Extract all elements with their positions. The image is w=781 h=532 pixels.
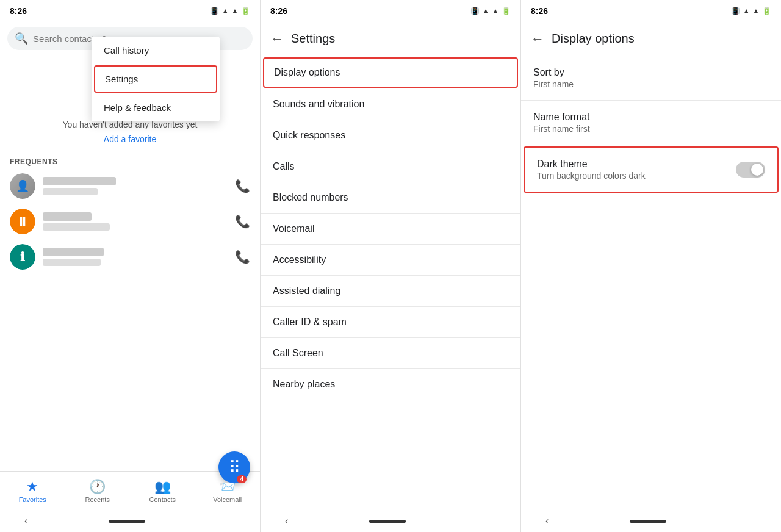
contact-number xyxy=(43,259,101,266)
nav-contacts[interactable]: 👥 Contacts xyxy=(130,472,195,510)
contact-name xyxy=(43,212,92,221)
call-icon[interactable]: 📞 xyxy=(235,250,250,264)
contacts-icon: 👥 xyxy=(154,479,171,495)
favorites-icon: ★ xyxy=(26,479,38,495)
status-bar-2: 8:26 📳 ▲ ▲ 🔋 xyxy=(261,0,520,22)
back-chevron[interactable]: ‹ xyxy=(285,516,288,527)
gesture-bar-1: ‹ xyxy=(0,510,260,532)
avatar: 👤 xyxy=(10,173,35,199)
vibrate-icon: 📳 xyxy=(210,7,219,15)
option-sort-by[interactable]: Sort by First name xyxy=(521,56,781,101)
display-options-list: Sort by First name Name format First nam… xyxy=(521,56,781,510)
signal-icon: ▲ xyxy=(492,7,499,15)
dark-theme-subtitle: Turn background colors dark xyxy=(537,171,736,181)
time-2: 8:26 xyxy=(270,6,287,16)
status-bar-1: 8:26 📳 ▲ ▲ 🔋 xyxy=(0,0,260,22)
bottom-nav: ★ Favorites 🕐 Recents 👥 Contacts 📨 4 Voi… xyxy=(0,471,260,510)
time-1: 8:26 xyxy=(10,6,27,16)
settings-item-voicemail[interactable]: Voicemail xyxy=(261,214,520,245)
dark-theme-text: Dark theme Turn background colors dark xyxy=(537,159,736,181)
settings-item-display-options[interactable]: Display options xyxy=(263,57,518,88)
settings-top-bar: ← Settings xyxy=(261,22,520,56)
gesture-pill xyxy=(109,520,145,523)
back-button[interactable]: ← xyxy=(531,31,544,47)
list-item[interactable]: 👤 📞 xyxy=(0,168,260,204)
toggle-knob xyxy=(751,164,763,176)
nav-favorites[interactable]: ★ Favorites xyxy=(0,472,65,510)
dark-theme-toggle[interactable] xyxy=(736,162,765,178)
contact-name xyxy=(43,177,116,185)
nav-recents-label: Recents xyxy=(85,496,110,503)
signal-icon: ▲ xyxy=(752,7,760,15)
nav-recents[interactable]: 🕐 Recents xyxy=(65,472,131,510)
settings-item-blocked[interactable]: Blocked numbers xyxy=(261,182,520,214)
name-format-subtitle: First name first xyxy=(533,124,769,134)
back-chevron[interactable]: ‹ xyxy=(24,516,27,527)
name-format-title: Name format xyxy=(533,112,769,123)
status-icons-2: 📳 ▲ ▲ 🔋 xyxy=(470,7,511,15)
frequents-label: FREQUENTS xyxy=(0,150,260,168)
vibrate-icon: 📳 xyxy=(470,7,480,15)
nav-favorites-label: Favorites xyxy=(19,496,46,503)
battery-icon: 🔋 xyxy=(502,7,511,15)
wifi-icon: ▲ xyxy=(221,7,229,15)
option-dark-theme[interactable]: Dark theme Turn background colors dark xyxy=(524,146,779,193)
display-options-title: Display options xyxy=(552,32,635,46)
menu-item-help[interactable]: Help & feedback xyxy=(92,94,220,121)
back-button[interactable]: ← xyxy=(270,31,284,47)
contact-info xyxy=(43,177,228,195)
avatar-photo: 👤 xyxy=(10,173,35,199)
status-bar-3: 8:26 📳 ▲ ▲ 🔋 xyxy=(521,0,781,22)
settings-item-nearby[interactable]: Nearby places xyxy=(261,369,520,400)
recents-icon: 🕐 xyxy=(89,479,106,495)
list-item[interactable]: ℹ 📞 xyxy=(0,239,260,275)
nav-contacts-label: Contacts xyxy=(149,496,176,503)
search-icon: 🔍 xyxy=(15,32,28,45)
settings-list: Display options Sounds and vibration Qui… xyxy=(261,56,520,510)
signal-icon: ▲ xyxy=(231,7,239,15)
menu-item-call-history[interactable]: Call history xyxy=(92,37,220,64)
settings-item-assisted-dialing[interactable]: Assisted dialing xyxy=(261,276,520,307)
nav-voicemail[interactable]: 📨 4 Voicemail xyxy=(195,472,261,510)
list-item[interactable]: ⏸ 📞 xyxy=(0,204,260,239)
wifi-icon: ▲ xyxy=(482,7,489,15)
settings-item-quick-responses[interactable]: Quick responses xyxy=(261,120,520,151)
add-favorite-link[interactable]: Add a favorite xyxy=(104,134,156,144)
settings-item-accessibility[interactable]: Accessibility xyxy=(261,245,520,276)
panel-contacts: 8:26 📳 ▲ ▲ 🔋 🔍 Call history Settings Hel… xyxy=(0,0,261,532)
settings-item-call-screen[interactable]: Call Screen xyxy=(261,338,520,369)
panel-settings: 8:26 📳 ▲ ▲ 🔋 ← Settings Display options … xyxy=(261,0,521,532)
panel-display-options: 8:26 📳 ▲ ▲ 🔋 ← Display options Sort by F… xyxy=(521,0,781,532)
wifi-icon: ▲ xyxy=(743,7,750,15)
sort-by-subtitle: First name xyxy=(533,79,769,89)
avatar-orange: ⏸ xyxy=(10,209,35,234)
call-icon[interactable]: 📞 xyxy=(235,179,250,193)
avatar-teal: ℹ xyxy=(10,244,35,270)
dropdown-menu: Call history Settings Help & feedback xyxy=(92,37,220,121)
settings-item-sounds[interactable]: Sounds and vibration xyxy=(261,89,520,120)
status-icons-3: 📳 ▲ ▲ 🔋 xyxy=(731,7,771,15)
settings-item-caller-id[interactable]: Caller ID & spam xyxy=(261,307,520,338)
battery-icon: 🔋 xyxy=(762,7,771,15)
sort-by-title: Sort by xyxy=(533,67,769,78)
nav-voicemail-label: Voicemail xyxy=(213,496,242,503)
back-chevron[interactable]: ‹ xyxy=(545,516,549,527)
voicemail-icon: 📨 xyxy=(219,479,236,495)
settings-item-calls[interactable]: Calls xyxy=(261,151,520,182)
contact-info xyxy=(43,248,228,266)
voicemail-badge: 4 xyxy=(237,475,247,483)
menu-item-settings[interactable]: Settings xyxy=(94,65,217,93)
status-icons-1: 📳 ▲ ▲ 🔋 xyxy=(210,7,250,15)
gesture-bar-2: ‹ xyxy=(261,510,520,532)
call-icon[interactable]: 📞 xyxy=(235,214,250,229)
contact-list: 👤 📞 ⏸ 📞 ℹ xyxy=(0,168,260,275)
settings-title: Settings xyxy=(291,32,335,46)
contact-name xyxy=(43,248,104,256)
dark-theme-title: Dark theme xyxy=(537,159,736,170)
option-name-format[interactable]: Name format First name first xyxy=(521,101,781,145)
contact-info xyxy=(43,212,228,231)
avatar: ⏸ xyxy=(10,209,35,234)
gesture-pill xyxy=(369,520,406,523)
contact-number xyxy=(43,188,98,195)
gesture-pill xyxy=(630,520,666,523)
